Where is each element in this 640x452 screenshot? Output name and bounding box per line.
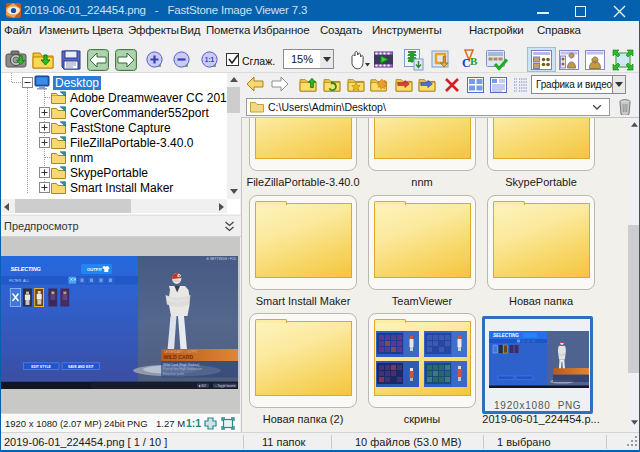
svg-text:Wild Card (High Stakes): Wild Card (High Stakes) bbox=[163, 363, 199, 367]
svg-text:▮ 302: ▮ 302 bbox=[199, 384, 206, 388]
svg-text:SELECTING: SELECTING bbox=[11, 266, 42, 272]
svg-text:WILD CARD: WILD CARD bbox=[164, 354, 194, 360]
svg-text:B: B bbox=[470, 55, 478, 67]
svg-text:Part of the High Stakes set.: Part of the High Stakes set. bbox=[163, 367, 203, 371]
svg-text:△ Toggle favorite: △ Toggle favorite bbox=[215, 384, 237, 388]
svg-text:1:1: 1:1 bbox=[205, 56, 215, 63]
svg-text:SAVE AND EXIT: SAVE AND EXIT bbox=[68, 365, 95, 369]
svg-text:FILTER: ALL: FILTER: ALL bbox=[9, 279, 29, 283]
svg-text:EDIT STYLE: EDIT STYLE bbox=[31, 365, 51, 369]
svg-text:SELECTING: SELECTING bbox=[493, 333, 519, 338]
svg-text:⚙ SETTINGS • F10: ⚙ SETTINGS • F10 bbox=[206, 257, 236, 261]
svg-text:Reactive outfit: Reactive outfit bbox=[163, 372, 184, 376]
svg-text:OUTFIT: OUTFIT bbox=[87, 267, 103, 272]
